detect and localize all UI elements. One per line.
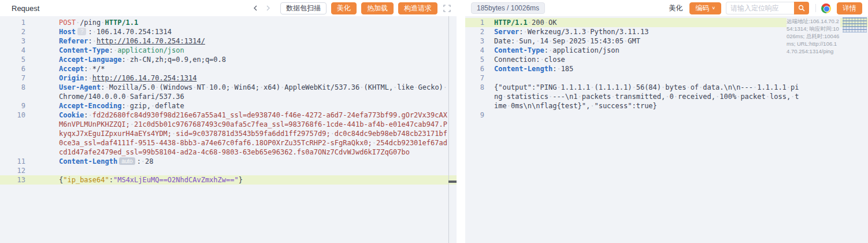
code-line[interactable]: 3Referer:·http://106.14.70.254:1314/: [0, 36, 457, 46]
code-token: http://106.14.70.254:1314/: [97, 37, 205, 45]
code-token: AppleWebKit/537.36: [284, 83, 359, 91]
host-hint-badge[interactable]: ?: [77, 28, 87, 35]
code-line[interactable]: 1POST·/ping·HTTP/1.1: [0, 18, 457, 27]
divider: [815, 4, 816, 12]
line-number: 1: [0, 18, 25, 27]
code-token: application/json: [552, 46, 620, 54]
code-token: Cookie: [59, 111, 84, 119]
code-token: Mozilla/5.0: [109, 83, 155, 91]
encode-dropdown-button[interactable]: 编码∨: [689, 2, 721, 14]
code-line[interactable]: 13{"ip_base64":"MS4xLjEuMQ==O2NhdCAvZmxh…: [0, 175, 457, 185]
code-token: ·: [611, 93, 615, 101]
construct-request-button[interactable]: 构造请求: [398, 2, 437, 14]
code-token: Origin: [59, 74, 84, 82]
line-number: 6: [465, 64, 484, 73]
hotload-button[interactable]: 热加载: [361, 2, 394, 14]
code-token: ·: [632, 83, 636, 91]
code-token: :: [121, 56, 125, 64]
fullscreen-button[interactable]: [443, 5, 451, 12]
chrome-icon[interactable]: [821, 3, 831, 13]
code-line[interactable]: 8{"output":"PING·1.1.1.1·(1.1.1.1)·56(84…: [465, 83, 868, 111]
code-token: ·: [540, 56, 544, 64]
line-number: 7: [465, 73, 484, 83]
code-line[interactable]: 4Content-Type:·application/json: [0, 46, 457, 55]
chevron-down-icon: ∨: [711, 6, 715, 10]
code-line[interactable]: 12: [0, 166, 457, 175]
code-token: 14: [540, 37, 548, 45]
request-editor[interactable]: 1POST·/ping·HTTP/1.12Host?:·106.14.70.25…: [0, 16, 457, 243]
response-beautify-button[interactable]: 美化: [666, 2, 685, 14]
code-token: :: [84, 74, 88, 82]
locate-response-search: [726, 2, 809, 14]
code-token: "success":true}: [594, 102, 656, 110]
code-line[interactable]: 11Content-Lengthauto:·28: [0, 157, 457, 166]
code-token: 1.1.1.1: [561, 83, 591, 91]
code-token: ·: [766, 93, 770, 101]
code-token: :: [544, 46, 548, 54]
line-number: 7: [0, 73, 25, 83]
code-token: ·: [674, 93, 678, 101]
code-line[interactable]: 9Accept-Encoding:·gzip,·deflate: [0, 101, 457, 111]
line-number: 6: [0, 64, 25, 73]
line-number: 5: [0, 55, 25, 64]
auto-length-badge[interactable]: auto: [119, 157, 135, 165]
next-packet-button[interactable]: [263, 3, 273, 13]
code-token: ·: [105, 83, 109, 91]
code-token: :: [88, 37, 92, 45]
prev-packet-button[interactable]: [250, 3, 261, 13]
code-line[interactable]: 6Accept:·*/*: [0, 64, 457, 73]
code-token: of: [691, 83, 699, 91]
request-title: Request: [6, 4, 39, 13]
packet-scan-button[interactable]: 数据包扫描: [280, 2, 327, 14]
line-number: 4: [465, 46, 484, 55]
code-token: ·: [544, 19, 548, 27]
search-button[interactable]: [794, 2, 809, 14]
code-line[interactable]: 7: [465, 73, 868, 83]
response-header: 185bytes / 10026ms 美化 编码∨ 详情: [465, 0, 868, 16]
minimap[interactable]: [843, 17, 867, 32]
code-line[interactable]: 5Connection:·close: [465, 55, 868, 64]
code-token: :: [519, 28, 523, 36]
code-line[interactable]: 10Cookie:·fd2d2680fc84d930f98d216e67a55a…: [0, 111, 457, 157]
code-token: Sep: [552, 37, 565, 45]
code-token: ·: [130, 120, 134, 128]
code-token: ·: [126, 93, 130, 101]
locate-response-input[interactable]: [726, 2, 794, 14]
line-number: 12: [0, 166, 25, 175]
details-button[interactable]: 详情: [837, 2, 862, 14]
code-token: :: [121, 102, 125, 110]
chevron-left-icon: [252, 5, 259, 12]
line-number: 8: [465, 83, 484, 92]
line-number: 4: [0, 46, 25, 55]
code-token: 56(84): [636, 83, 661, 91]
code-line[interactable]: 2Host?:·106.14.70.254:1314: [0, 27, 457, 36]
code-token: data.\n\n---: [703, 83, 753, 91]
code-line[interactable]: 9: [465, 111, 868, 120]
code-token: Server: [494, 28, 519, 36]
code-token: OK: [548, 19, 557, 27]
line-content: {"ip_base64":"MS4xLjEuMQ==O2NhdCAvZmxhZw…: [25, 175, 457, 185]
code-token: deflate: [155, 102, 184, 110]
code-token: ·: [372, 139, 376, 147]
code-token: Sun,: [519, 37, 536, 45]
code-token: "ip_base64": [63, 176, 109, 184]
code-token: Connection:: [494, 56, 540, 64]
code-line[interactable]: 5Accept-Language:·zh-CN,zh;q=0.9,en;q=0.…: [0, 55, 457, 64]
line-number: 13: [0, 175, 25, 185]
beautify-button[interactable]: 美化: [331, 2, 357, 14]
line-number: 3: [465, 36, 484, 46]
code-token: Gecko): [418, 83, 443, 91]
code-token: ·: [686, 83, 690, 91]
code-line[interactable]: 7Origin:·http://106.14.70.254:1314: [0, 73, 457, 83]
code-line[interactable]: 8User-Agent:·Mozilla/5.0·(Windows·NT·10.…: [0, 83, 457, 101]
code-token: Accept: [59, 65, 84, 73]
request-scrollbar[interactable]: [448, 16, 449, 243]
code-token: ·: [578, 93, 582, 101]
code-token: Accept-Encoding: [59, 102, 121, 110]
code-token: (1.1.1.1): [594, 83, 632, 91]
code-token: packet: [740, 93, 765, 101]
code-token: ·: [88, 74, 92, 82]
code-token: (Windows: [159, 83, 192, 91]
code-token: packets: [582, 93, 611, 101]
code-line[interactable]: 6Content-Length:·185: [465, 64, 868, 73]
